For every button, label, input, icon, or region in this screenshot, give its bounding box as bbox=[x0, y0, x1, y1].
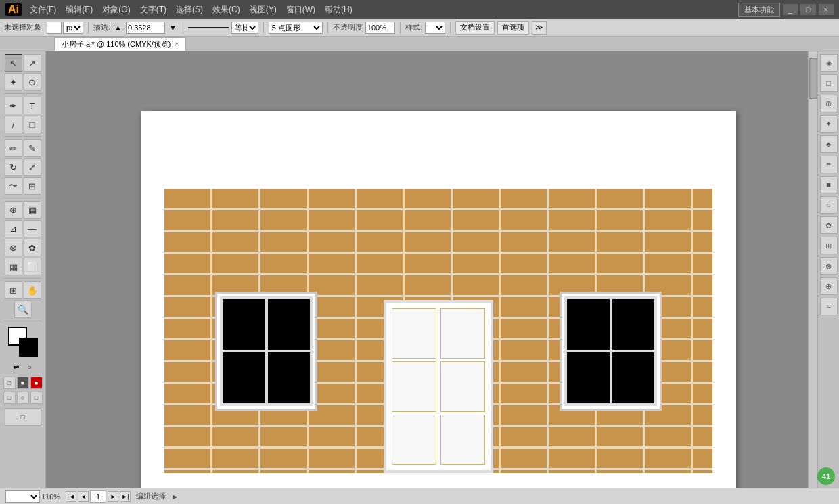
menu-select[interactable]: 选择(S) bbox=[172, 3, 207, 17]
screen-mode-full[interactable]: ■ bbox=[17, 377, 29, 389]
right-btn-2[interactable]: □ bbox=[820, 74, 838, 92]
window-right[interactable] bbox=[562, 294, 660, 409]
opacity-label: 不透明度 bbox=[333, 22, 363, 32]
right-btn-5[interactable]: ♣ bbox=[820, 135, 838, 153]
minimize-button[interactable]: _ bbox=[783, 4, 798, 15]
menu-view[interactable]: 视图(Y) bbox=[246, 3, 281, 17]
point-shape-select[interactable]: 5 点圆形 bbox=[269, 22, 323, 34]
warp-tool[interactable]: 〜 bbox=[5, 177, 22, 195]
stroke-value-input[interactable] bbox=[126, 22, 165, 34]
screen-mode-alt[interactable]: ■ bbox=[30, 377, 43, 389]
menu-window[interactable]: 窗口(W) bbox=[282, 3, 319, 17]
zoom-select[interactable]: 110% bbox=[5, 490, 40, 503]
workspace-switcher[interactable]: 基本功能 bbox=[738, 3, 780, 17]
view-tool-2[interactable]: ○ bbox=[17, 392, 29, 404]
v-scroll-thumb[interactable] bbox=[809, 58, 817, 99]
status-arrow-icon[interactable]: ► bbox=[171, 492, 179, 501]
gradient-tool[interactable]: ▦ bbox=[24, 201, 41, 219]
style-select[interactable] bbox=[425, 22, 445, 34]
right-btn-3[interactable]: ⊕ bbox=[820, 95, 838, 112]
page-input[interactable] bbox=[90, 490, 106, 503]
right-btn-7[interactable]: ■ bbox=[820, 176, 838, 193]
tool-row-9: ⊿ — bbox=[5, 220, 41, 237]
canvas-area[interactable] bbox=[46, 51, 817, 488]
menu-edit[interactable]: 编辑(E) bbox=[62, 3, 97, 17]
tool-row-10: ⊗ ✿ bbox=[5, 239, 41, 256]
tool-row-3: ✒ T bbox=[5, 97, 41, 114]
rectangle-tool[interactable]: □ bbox=[24, 116, 41, 133]
sep6 bbox=[450, 22, 451, 34]
paintbrush-tool[interactable]: ✏ bbox=[5, 139, 22, 157]
screen-mode-normal[interactable]: □ bbox=[3, 377, 16, 389]
line-tool[interactable]: / bbox=[5, 116, 22, 133]
prev-page-button[interactable]: ◄ bbox=[78, 491, 89, 502]
stroke-up-icon: ▲ bbox=[113, 24, 123, 32]
last-page-button[interactable]: ►| bbox=[120, 491, 131, 502]
maximize-button[interactable]: □ bbox=[800, 4, 816, 15]
swap-colors-icon[interactable]: ⇄ bbox=[10, 361, 22, 373]
window-left[interactable] bbox=[217, 294, 315, 409]
magic-wand-tool[interactable]: ✦ bbox=[5, 73, 22, 91]
symbol-tool[interactable]: ✿ bbox=[24, 239, 41, 256]
toolbar-extra-icon[interactable]: ≫ bbox=[532, 21, 547, 35]
ai-logo: Ai bbox=[5, 3, 22, 16]
tool-row-13: 🔍 bbox=[14, 300, 32, 318]
artboard-view-btn[interactable]: □ bbox=[5, 408, 41, 426]
free-transform-tool[interactable]: ⊞ bbox=[24, 177, 41, 195]
right-btn-1[interactable]: ◈ bbox=[820, 54, 838, 72]
right-btn-11[interactable]: ⊗ bbox=[820, 257, 838, 275]
close-button[interactable]: × bbox=[819, 4, 834, 15]
none-color-icon[interactable]: ○ bbox=[24, 361, 36, 373]
doc-settings-button[interactable]: 文档设置 bbox=[455, 21, 495, 35]
text-tool[interactable]: T bbox=[24, 97, 41, 114]
slice-tool[interactable]: ⊞ bbox=[5, 281, 22, 299]
stroke-type-select[interactable]: 等比 bbox=[231, 22, 258, 34]
menu-help[interactable]: 帮助(H) bbox=[321, 3, 357, 17]
view-tool-3[interactable]: □ bbox=[30, 392, 43, 404]
direct-select-tool[interactable]: ↗ bbox=[24, 54, 41, 72]
shape-builder-tool[interactable]: ⊕ bbox=[5, 201, 22, 219]
window-pane-tl bbox=[223, 299, 265, 350]
opacity-input[interactable] bbox=[365, 22, 395, 34]
window-right-pane-tl bbox=[567, 299, 610, 350]
next-page-button[interactable]: ► bbox=[108, 491, 118, 502]
blend-tool[interactable]: ⊗ bbox=[5, 239, 22, 256]
door[interactable] bbox=[384, 300, 493, 473]
rotate-tool[interactable]: ↻ bbox=[5, 158, 22, 176]
tab-close-icon[interactable]: × bbox=[175, 41, 179, 48]
eyedropper-tool[interactable]: ⊿ bbox=[5, 220, 22, 237]
right-btn-4[interactable]: ✦ bbox=[820, 115, 838, 133]
menu-text[interactable]: 文字(T) bbox=[136, 3, 171, 17]
no-select-label: 未选择对象 bbox=[4, 22, 41, 32]
graph-tool[interactable]: ▦ bbox=[5, 258, 22, 275]
right-btn-8[interactable]: ○ bbox=[820, 196, 838, 214]
pencil-tool[interactable]: ✎ bbox=[24, 139, 41, 157]
zoom-tool[interactable]: 🔍 bbox=[14, 300, 32, 318]
menu-object[interactable]: 对象(O) bbox=[98, 3, 134, 17]
door-inner bbox=[386, 303, 491, 470]
x-input[interactable] bbox=[47, 22, 62, 34]
measure-tool[interactable]: — bbox=[24, 220, 41, 237]
right-btn-13[interactable]: ≈ bbox=[820, 298, 838, 315]
stroke-down-icon: ▼ bbox=[168, 24, 178, 32]
title-bar-right: 基本功能 _ □ × bbox=[738, 3, 834, 17]
select-tool[interactable]: ↖ bbox=[5, 54, 22, 72]
background-color[interactable] bbox=[19, 338, 38, 357]
menu-effect[interactable]: 效果(C) bbox=[208, 3, 244, 17]
v-scrollbar[interactable] bbox=[808, 51, 817, 488]
pen-tool[interactable]: ✒ bbox=[5, 97, 22, 114]
artboard-tool[interactable]: ⬜ bbox=[24, 258, 41, 275]
hand-tool[interactable]: ✋ bbox=[24, 281, 41, 299]
lasso-tool[interactable]: ⊙ bbox=[24, 73, 41, 91]
right-btn-12[interactable]: ⊕ bbox=[820, 277, 838, 295]
view-tool-1[interactable]: □ bbox=[3, 392, 16, 404]
preferences-button[interactable]: 首选项 bbox=[497, 21, 529, 35]
right-btn-10[interactable]: ⊞ bbox=[820, 237, 838, 254]
right-btn-9[interactable]: ✿ bbox=[820, 216, 838, 234]
doc-tab-0[interactable]: 小房子.ai* @ 110% (CMYK/预览) × bbox=[54, 37, 186, 51]
x-unit-select[interactable]: px bbox=[63, 22, 83, 34]
first-page-button[interactable]: |◄ bbox=[66, 491, 76, 502]
menu-file[interactable]: 文件(F) bbox=[26, 3, 60, 17]
scale-tool[interactable]: ⤢ bbox=[24, 158, 41, 176]
right-btn-6[interactable]: ≡ bbox=[820, 156, 838, 173]
